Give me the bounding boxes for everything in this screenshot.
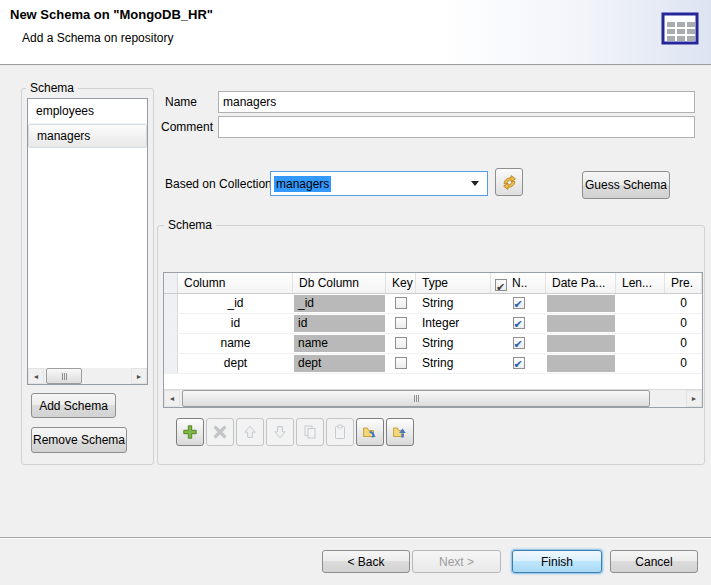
table-row: name name String 0	[164, 334, 702, 354]
scroll-right-icon[interactable]: ►	[686, 390, 702, 407]
cell-db-column: name	[294, 335, 385, 352]
export-schema-button[interactable]	[386, 418, 414, 446]
header-date-pattern: Date Pa...	[546, 273, 616, 293]
cell-type[interactable]: Integer	[416, 314, 491, 333]
delete-icon	[212, 424, 228, 440]
header-column: Column	[178, 273, 293, 293]
scrollbar-thumb[interactable]	[46, 368, 82, 384]
cell-column[interactable]: _id	[178, 294, 293, 313]
paste-button	[326, 418, 354, 446]
refresh-collections-button[interactable]	[495, 168, 523, 196]
add-column-button[interactable]	[176, 418, 204, 446]
header-precision: Pre.	[665, 273, 702, 293]
cell-column[interactable]: dept	[178, 354, 293, 373]
nullable-select-all-checkbox[interactable]	[495, 279, 507, 291]
cell-precision[interactable]: 0	[665, 294, 702, 313]
cell-date-pattern	[547, 295, 615, 312]
cell-precision[interactable]: 0	[665, 314, 702, 333]
cell-db-column: _id	[294, 295, 385, 312]
table-grid-icon	[660, 12, 700, 46]
cell-type[interactable]: String	[416, 354, 491, 373]
schema-table-group-label: Schema	[164, 218, 216, 232]
page-title: New Schema on "MongoDB_HR"	[10, 7, 213, 22]
nullable-checkbox[interactable]	[513, 357, 525, 369]
cell-date-pattern	[547, 315, 615, 332]
scrollbar-thumb[interactable]	[182, 390, 650, 407]
header-db-column: Db Column	[293, 273, 386, 293]
schema-list: employees managers ◄ ►	[27, 98, 148, 385]
cell-precision[interactable]: 0	[665, 334, 702, 353]
back-button[interactable]: < Back	[322, 550, 410, 573]
scroll-left-icon[interactable]: ◄	[164, 390, 180, 407]
key-checkbox[interactable]	[395, 297, 407, 309]
new-schema-dialog: New Schema on "MongoDB_HR" Add a Schema …	[0, 0, 711, 585]
paste-icon	[332, 424, 348, 440]
folder-export-icon	[392, 424, 408, 440]
list-item-managers[interactable]: managers	[28, 124, 147, 148]
cell-type[interactable]: String	[416, 334, 491, 353]
nullable-checkbox[interactable]	[513, 317, 525, 329]
move-down-button	[266, 418, 294, 446]
arrow-down-icon	[272, 424, 288, 440]
cell-column[interactable]: id	[178, 314, 293, 333]
sync-arrows-icon	[501, 174, 518, 191]
copy-button	[296, 418, 324, 446]
nullable-checkbox[interactable]	[513, 297, 525, 309]
collection-combobox[interactable]: managers	[270, 171, 488, 196]
comment-input[interactable]	[218, 116, 695, 138]
copy-icon	[302, 424, 318, 440]
cell-length[interactable]	[616, 294, 665, 313]
remove-schema-button[interactable]: Remove Schema	[31, 427, 127, 453]
table-header-row: Column Db Column Key Type N.. Date Pa...…	[164, 273, 702, 294]
cell-date-pattern	[547, 355, 615, 372]
wizard-header: New Schema on "MongoDB_HR" Add a Schema …	[0, 0, 711, 65]
schema-list-group-label: Schema	[26, 81, 78, 95]
schema-toolbar	[176, 418, 414, 446]
cell-length[interactable]	[616, 334, 665, 353]
key-checkbox[interactable]	[395, 317, 407, 329]
schema-list-hscrollbar[interactable]: ◄ ►	[28, 368, 147, 384]
comment-label: Comment	[161, 120, 213, 134]
import-schema-button[interactable]	[356, 418, 384, 446]
chevron-down-icon[interactable]	[471, 181, 479, 186]
guess-schema-button[interactable]: Guess Schema	[582, 171, 670, 199]
key-checkbox[interactable]	[395, 357, 407, 369]
cell-date-pattern	[547, 335, 615, 352]
name-label: Name	[165, 95, 197, 109]
cell-db-column: id	[294, 315, 385, 332]
finish-button[interactable]: Finish	[512, 550, 602, 573]
move-up-button	[236, 418, 264, 446]
plus-icon	[182, 424, 198, 440]
cell-length[interactable]	[616, 314, 665, 333]
cell-db-column: dept	[294, 355, 385, 372]
table-row: dept dept String 0	[164, 354, 702, 374]
header-length: Len...	[616, 273, 665, 293]
list-item-employees[interactable]: employees	[28, 99, 147, 124]
table-row: _id _id String 0	[164, 294, 702, 314]
header-key: Key	[386, 273, 416, 293]
schema-table: Column Db Column Key Type N.. Date Pa...…	[163, 272, 703, 408]
key-checkbox[interactable]	[395, 337, 407, 349]
collection-label: Based on Collection	[165, 177, 272, 191]
header-nullable: N..	[491, 273, 546, 293]
nullable-checkbox[interactable]	[513, 337, 525, 349]
name-input[interactable]	[218, 91, 695, 113]
page-subtitle: Add a Schema on repository	[22, 31, 173, 45]
cell-precision[interactable]: 0	[665, 354, 702, 373]
add-schema-button[interactable]: Add Schema	[31, 393, 116, 418]
header-type: Type	[416, 273, 491, 293]
next-button: Next >	[412, 550, 501, 573]
scroll-left-icon[interactable]: ◄	[28, 368, 44, 384]
collection-selected-value: managers	[274, 176, 331, 192]
folder-import-icon	[362, 424, 378, 440]
scroll-right-icon[interactable]: ►	[131, 368, 147, 384]
cell-column[interactable]: name	[178, 334, 293, 353]
arrow-up-icon	[242, 424, 258, 440]
remove-column-button	[206, 418, 234, 446]
cancel-button[interactable]: Cancel	[610, 550, 698, 573]
table-hscrollbar[interactable]: ◄ ►	[164, 389, 702, 407]
cell-length[interactable]	[616, 354, 665, 373]
cell-type[interactable]: String	[416, 294, 491, 313]
table-row: id id Integer 0	[164, 314, 702, 334]
